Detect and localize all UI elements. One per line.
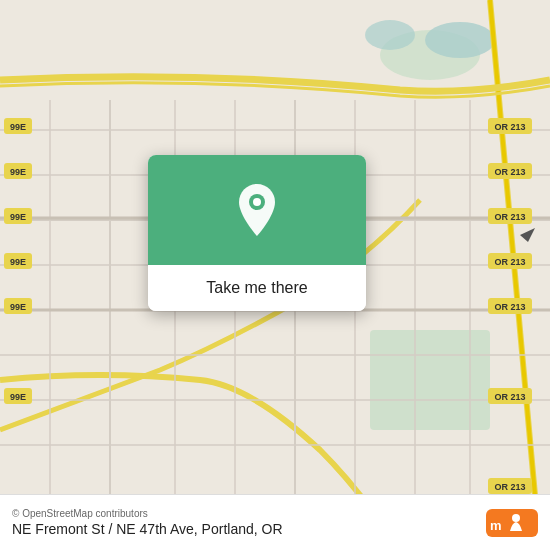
svg-text:99E: 99E bbox=[10, 212, 26, 222]
moovit-logo-icon: m bbox=[486, 509, 538, 537]
svg-point-52 bbox=[253, 198, 261, 206]
svg-text:OR 213: OR 213 bbox=[494, 167, 525, 177]
location-name: NE Fremont St / NE 47th Ave, Portland, O… bbox=[12, 521, 283, 537]
svg-text:99E: 99E bbox=[10, 257, 26, 267]
svg-text:OR 213: OR 213 bbox=[494, 392, 525, 402]
copyright-text: © OpenStreetMap contributors bbox=[12, 508, 283, 519]
svg-text:OR 213: OR 213 bbox=[494, 122, 525, 132]
bottom-info: © OpenStreetMap contributors NE Fremont … bbox=[12, 508, 283, 537]
svg-text:99E: 99E bbox=[10, 167, 26, 177]
svg-text:OR 213: OR 213 bbox=[494, 257, 525, 267]
svg-text:99E: 99E bbox=[10, 122, 26, 132]
card-map-section bbox=[148, 155, 366, 265]
svg-text:99E: 99E bbox=[10, 392, 26, 402]
location-card: Take me there bbox=[148, 155, 366, 311]
svg-point-54 bbox=[512, 514, 520, 522]
take-me-there-button[interactable]: Take me there bbox=[148, 265, 366, 311]
svg-point-3 bbox=[365, 20, 415, 50]
svg-rect-4 bbox=[370, 330, 490, 430]
bottom-bar: © OpenStreetMap contributors NE Fremont … bbox=[0, 494, 550, 550]
svg-text:OR 213: OR 213 bbox=[494, 482, 525, 492]
moovit-logo: m bbox=[486, 509, 538, 537]
location-pin-icon bbox=[235, 182, 279, 238]
svg-text:m: m bbox=[490, 518, 502, 533]
svg-point-2 bbox=[425, 22, 495, 58]
svg-text:OR 213: OR 213 bbox=[494, 302, 525, 312]
map-container: 99E 99E 99E 99E 99E 99E OR 213 OR 213 OR… bbox=[0, 0, 550, 550]
svg-text:OR 213: OR 213 bbox=[494, 212, 525, 222]
svg-text:99E: 99E bbox=[10, 302, 26, 312]
